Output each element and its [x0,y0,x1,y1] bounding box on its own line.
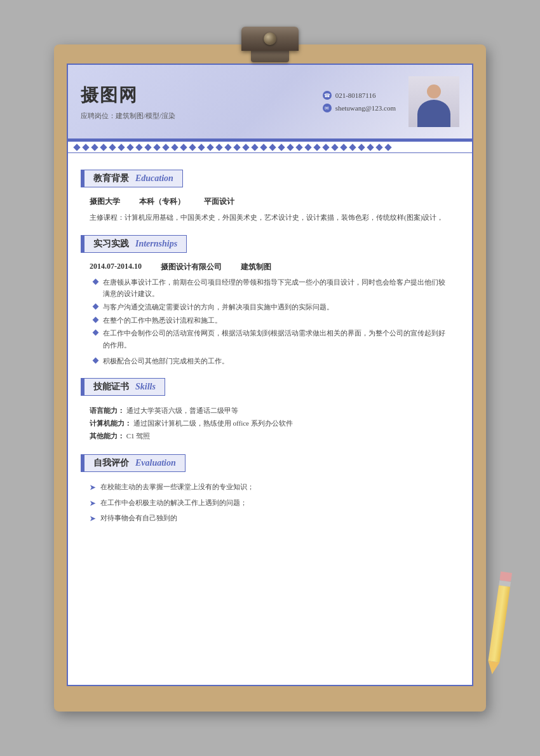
bullet-text: 在唐顿从事设计工作，前期在公司项目经理的带领和指导下完成一些小的项目设计，同时也… [103,276,450,300]
internships-title-box: 实习实践 Internships [84,235,187,253]
pencil-body [488,585,510,662]
skills-title-box: 技能证书 Skills [84,378,165,396]
person-silhouette [415,79,453,127]
courses-detail: 主修课程：计算机应用基础，中国美术史，外国美术史，艺术设计史，设计素描，装饰色彩… [81,210,459,226]
computer-label: 计算机能力： [90,419,132,427]
eval-text: 在校能主动的去掌握一些课堂上没有的专业知识； [100,481,254,494]
other-label: 其他能力： [90,432,125,440]
education-title-box: 教育背景 Education [84,170,183,187]
eval-item: ➤ 对待事物会有自己独到的 [90,512,450,525]
language-value: 通过大学英语六级，普通话二级甲等 [126,407,238,414]
skills-section-header: 技能证书 Skills [81,378,459,396]
bullet-text: 与客户沟通交流确定需要设计的方向，并解决项目实施中遇到的实际问题。 [103,301,334,313]
internship-extra-bullet: 积极配合公司其他部门完成相关的工作。 [81,354,459,370]
resume-header: 摄图网 应聘岗位：建筑制图/模型/渲染 ☎ 021-80187116 ✉ she… [68,65,472,140]
language-label: 语言能力： [90,407,125,414]
internships-title-cn: 实习实践 [93,238,129,250]
person-head [427,84,441,98]
bullet-text: 在整个的工作中熟悉设计流程和施工。 [103,314,222,327]
courses-label: 主修课程： [90,213,125,221]
bullet-icon [93,304,99,310]
list-item: 积极配合公司其他部门完成相关的工作。 [90,355,450,367]
phone-icon: ☎ [323,91,332,100]
internship-period: 2014.07-2014.10 [90,262,142,273]
internship-company: 摄图设计有限公司 [161,262,222,273]
internships-section-header: 实习实践 Internships [81,235,459,253]
bullet-text: 积极配合公司其他部门完成相关的工作。 [103,355,229,367]
resume-paper: 摄图网 应聘岗位：建筑制图/模型/渲染 ☎ 021-80187116 ✉ she… [67,64,473,686]
evaluation-list: ➤ 在校能主动的去掌握一些课堂上没有的专业知识； ➤ 在工作中会积极主动的解决工… [81,478,459,530]
major: 平面设计 [204,196,234,207]
contact-info: ☎ 021-80187116 ✉ shetuwang@123.com [323,91,396,112]
email-icon: ✉ [323,104,332,112]
pencil-tip [487,661,500,675]
education-row: 摄图大学 本科（专科） 平面设计 [81,194,459,210]
diamond-border [68,140,472,153]
list-item: 在整个的工作中熟悉设计流程和施工。 [90,314,450,327]
internships-title-en: Internships [135,239,177,249]
bullet-icon [93,330,99,336]
skills-content: 语言能力： 通过大学英语六级，普通话二级甲等 计算机能力： 通过国家计算机二级，… [81,402,459,445]
applicant-photo [408,76,459,127]
phone-contact: ☎ 021-80187116 [323,91,396,100]
eval-arrow-icon: ➤ [90,513,95,525]
phone-number: 021-80187116 [335,91,376,99]
evaluation-title-box: 自我评价 Evaluation [84,454,186,472]
person-body [417,100,450,127]
other-skill-row: 其他能力： C1 驾照 [90,430,450,443]
eval-arrow-icon: ➤ [90,482,95,494]
target-position: 应聘岗位：建筑制图/模型/渲染 [81,111,323,121]
resume-content: 教育背景 Education 摄图大学 本科（专科） 平面设计 主修课程：计算机… [68,153,472,538]
computer-skill-row: 计算机能力： 通过国家计算机二级，熟练使用 office 系列办公软件 [90,417,450,430]
courses-list: 计算机应用基础，中国美术史，外国美术史，艺术设计史，设计素描，装饰色彩，传统纹样… [125,213,443,221]
computer-value: 通过国家计算机二级，熟练使用 office 系列办公软件 [133,419,293,427]
internship-bullets: 在唐顿从事设计工作，前期在公司项目经理的带领和指导下完成一些小的项目设计，同时也… [81,275,459,354]
pencil-decoration [487,572,512,674]
language-skill-row: 语言能力： 通过大学英语六级，普通话二级甲等 [90,405,450,417]
degree: 本科（专科） [139,196,185,207]
applicant-name: 摄图网 [81,83,323,107]
skills-title-cn: 技能证书 [93,381,129,393]
bullet-text: 在工作中会制作公司的活动宣传网页，根据活动策划到根据活动需求做出相关的界面，为整… [103,327,450,351]
school-name: 摄图大学 [90,196,120,207]
list-item: 与客户沟通交流确定需要设计的方向，并解决项目实施中遇到的实际问题。 [90,301,450,313]
education-title-en: Education [135,173,173,184]
eval-text: 对待事物会有自己独到的 [100,512,177,525]
email-contact: ✉ shetuwang@123.com [323,104,396,112]
evaluation-title-cn: 自我评价 [93,457,129,469]
list-item: 在工作中会制作公司的活动宣传网页，根据活动策划到根据活动需求做出相关的界面，为整… [90,327,450,351]
bullet-icon [93,357,99,363]
internship-role: 建筑制图 [241,262,271,273]
clipboard-clip [241,27,299,62]
clipboard: 摄图网 应聘岗位：建筑制图/模型/渲染 ☎ 021-80187116 ✉ she… [54,44,486,712]
evaluation-title-en: Evaluation [135,458,176,468]
education-section-header: 教育背景 Education [81,170,459,187]
internship-header-row: 2014.07-2014.10 摄图设计有限公司 建筑制图 [81,259,459,275]
eval-text: 在工作中会积极主动的解决工作上遇到的问题； [100,497,247,510]
eval-item: ➤ 在工作中会积极主动的解决工作上遇到的问题； [90,497,450,510]
email-address: shetuwang@123.com [335,104,396,112]
evaluation-section-header: 自我评价 Evaluation [81,454,459,472]
education-title-cn: 教育背景 [93,173,129,184]
list-item: 在唐顿从事设计工作，前期在公司项目经理的带领和指导下完成一些小的项目设计，同时也… [90,276,450,300]
other-value: C1 驾照 [126,432,151,440]
bullet-icon [93,316,99,323]
bullet-icon [93,278,99,285]
eval-arrow-icon: ➤ [90,497,95,510]
skills-title-en: Skills [135,382,156,392]
eval-item: ➤ 在校能主动的去掌握一些课堂上没有的专业知识； [90,481,450,494]
header-left: 摄图网 应聘岗位：建筑制图/模型/渲染 [81,83,323,121]
